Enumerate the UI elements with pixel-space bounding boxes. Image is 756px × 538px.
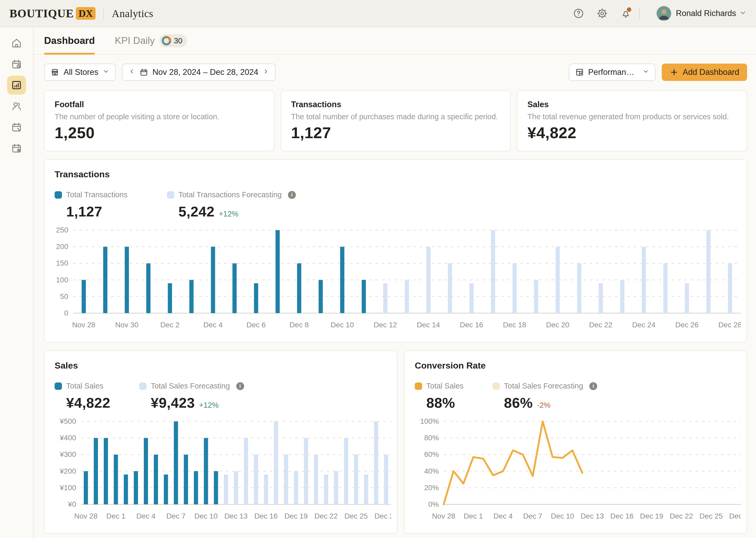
- sidebar-item-schedule[interactable]: [7, 55, 26, 74]
- legend-label: Total Transactions: [66, 190, 127, 199]
- dashboard-body: All Stores Nov 28, 2024 – De: [34, 55, 756, 538]
- dashboard-select[interactable]: Performances Da…: [569, 64, 655, 81]
- two-column-charts: Sales Total Sales ¥4,822: [44, 350, 747, 534]
- tab-dashboard[interactable]: Dashboard: [44, 27, 95, 54]
- legend-value: 5,242: [178, 203, 215, 220]
- svg-text:Dec 28: Dec 28: [729, 512, 741, 520]
- svg-text:0: 0: [64, 309, 68, 317]
- svg-text:Nov 28: Nov 28: [432, 512, 455, 520]
- chevron-right-icon[interactable]: [262, 68, 269, 77]
- svg-text:Dec 24: Dec 24: [632, 321, 655, 329]
- filter-left-group: All Stores Nov 28, 2024 – De: [44, 64, 276, 81]
- svg-text:0%: 0%: [428, 500, 439, 508]
- kpi-description: The number of people visiting a store or…: [55, 112, 264, 121]
- svg-text:Dec 4: Dec 4: [204, 321, 223, 329]
- chevron-down-icon: [103, 68, 110, 77]
- legend-item-actual: Total Sales ¥4,822: [55, 382, 110, 411]
- delta-badge: -2%: [537, 401, 550, 409]
- chevron-down-icon: [739, 9, 746, 18]
- kpi-card-transactions: Transactions The total number of purchas…: [281, 90, 511, 151]
- brand-logo[interactable]: BOUTIQUE DX: [10, 7, 96, 20]
- svg-text:Dec 19: Dec 19: [640, 512, 663, 520]
- svg-text:Dec 10: Dec 10: [551, 512, 574, 520]
- svg-text:¥300: ¥300: [60, 450, 76, 458]
- svg-text:50: 50: [60, 293, 68, 300]
- svg-text:Dec 16: Dec 16: [610, 512, 634, 520]
- sidebar-item-appointments[interactable]: [7, 118, 26, 136]
- conversion-rate-chart-card: Conversion Rate Total Sales 88%: [404, 350, 747, 534]
- svg-text:Dec 22: Dec 22: [589, 321, 612, 329]
- filter-row: All Stores Nov 28, 2024 – De: [44, 64, 747, 81]
- legend-swatch: [167, 191, 174, 198]
- svg-text:Dec 13: Dec 13: [224, 512, 248, 520]
- header-divider: [103, 7, 104, 20]
- date-range-value: Nov 28, 2024 – Dec 28, 2024: [153, 68, 258, 77]
- svg-text:Dec 26: Dec 26: [675, 321, 698, 329]
- chart-legend: Total Sales ¥4,822 Total Sales Forecasti…: [55, 382, 387, 411]
- svg-text:¥400: ¥400: [60, 434, 76, 442]
- sidebar-item-events[interactable]: [7, 139, 26, 158]
- chart-title: Transactions: [55, 169, 736, 180]
- users-icon: [11, 100, 22, 112]
- svg-text:150: 150: [56, 259, 68, 267]
- svg-text:20%: 20%: [424, 484, 439, 492]
- date-range-picker[interactable]: Nov 28, 2024 – Dec 28, 2024: [122, 64, 276, 81]
- info-icon[interactable]: i: [236, 382, 244, 390]
- kpi-description: The total revenue generated from product…: [527, 112, 736, 121]
- sidebar-item-home[interactable]: [7, 34, 26, 53]
- svg-text:Dec 2: Dec 2: [161, 321, 179, 329]
- delta-badge: +12%: [219, 210, 238, 218]
- legend-swatch: [139, 383, 147, 390]
- svg-text:80%: 80%: [424, 434, 439, 442]
- top-header: BOUTIQUE DX Analytics: [0, 0, 756, 27]
- calendar-phone-icon: [11, 121, 22, 133]
- svg-text:60%: 60%: [424, 450, 439, 458]
- svg-text:Dec 4: Dec 4: [494, 512, 513, 520]
- svg-text:Dec 10: Dec 10: [194, 512, 217, 520]
- svg-text:Dec 25: Dec 25: [344, 512, 368, 520]
- add-dashboard-label: Add Dashboard: [683, 68, 739, 77]
- legend-item-actual: Total Transactions 1,127: [55, 190, 127, 220]
- svg-text:Dec 25: Dec 25: [699, 512, 723, 520]
- brand-badge: DX: [76, 7, 96, 20]
- gear-icon: [597, 8, 608, 19]
- kpi-daily-badge: 30: [159, 34, 187, 47]
- tab-kpi-daily-label: KPI Daily: [115, 35, 155, 46]
- svg-text:200: 200: [56, 242, 68, 250]
- svg-text:Dec 12: Dec 12: [374, 321, 397, 329]
- help-icon: [573, 8, 584, 19]
- dashboard-grid-icon: [575, 68, 584, 77]
- svg-text:Dec 1: Dec 1: [106, 512, 125, 520]
- add-dashboard-button[interactable]: Add Dashboard: [662, 64, 747, 81]
- svg-text:Nov 30: Nov 30: [115, 321, 139, 329]
- svg-text:Dec 13: Dec 13: [581, 512, 604, 520]
- info-icon[interactable]: i: [288, 191, 296, 199]
- info-icon[interactable]: i: [589, 382, 597, 390]
- sales-chart-card: Sales Total Sales ¥4,822: [44, 350, 398, 534]
- svg-text:¥100: ¥100: [60, 484, 76, 492]
- legend-label: Total Transactions Forecasting: [178, 190, 282, 199]
- legend-value: 1,127: [66, 203, 102, 220]
- settings-button[interactable]: [597, 8, 608, 19]
- help-button[interactable]: [573, 8, 584, 19]
- tab-kpi-daily[interactable]: KPI Daily 30: [115, 27, 187, 54]
- svg-text:Dec 18: Dec 18: [503, 321, 526, 329]
- sidebar-item-analytics[interactable]: [7, 76, 26, 94]
- chart-title: Conversion Rate: [415, 360, 736, 371]
- sidebar-item-customers[interactable]: [7, 97, 26, 116]
- svg-text:Dec 16: Dec 16: [460, 321, 483, 329]
- legend-swatch: [55, 383, 62, 390]
- legend-swatch: [415, 383, 422, 390]
- svg-text:Dec 19: Dec 19: [284, 512, 307, 520]
- analytics-dashboard-app: BOUTIQUE DX Analytics: [0, 0, 756, 538]
- chevron-left-icon[interactable]: [128, 68, 135, 77]
- legend-value: ¥4,822: [66, 395, 110, 411]
- kpi-title: Sales: [527, 100, 736, 109]
- svg-text:Dec 1: Dec 1: [464, 512, 483, 520]
- plus-icon: [670, 68, 679, 77]
- store-select[interactable]: All Stores: [44, 64, 116, 81]
- user-menu[interactable]: Ronald Richards: [656, 6, 746, 21]
- chart-legend: Total Transactions 1,127 Total Transacti…: [55, 190, 736, 220]
- svg-text:Dec 7: Dec 7: [166, 512, 186, 520]
- notifications-button[interactable]: [620, 8, 631, 19]
